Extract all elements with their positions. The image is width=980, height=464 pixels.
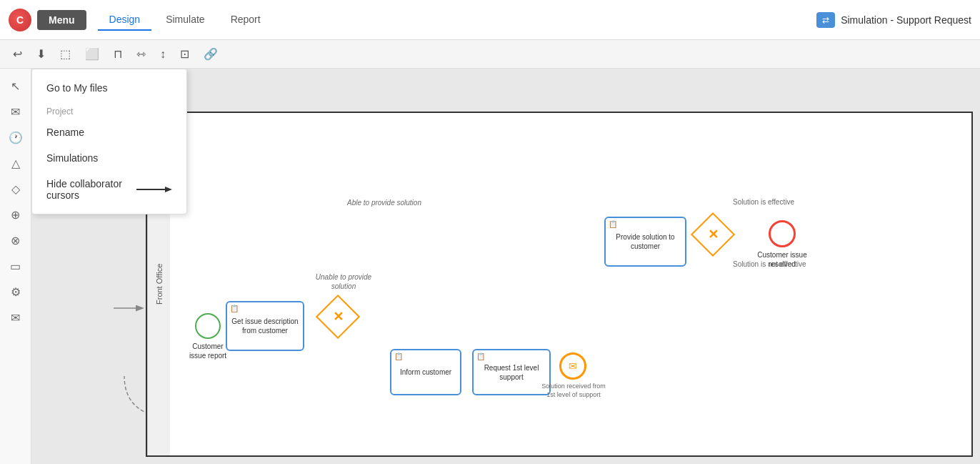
arrow-indicator [136, 185, 172, 194]
end-event[interactable]: Customer issue resolved [769, 220, 796, 247]
menu-button[interactable]: Menu [37, 10, 86, 30]
logo: C [9, 9, 31, 31]
menu-section-project: Project [32, 101, 186, 119]
simulation-title: ⇄ Simulation - Support Request [816, 12, 971, 28]
undo-button[interactable]: ↩ [9, 44, 26, 64]
gateway2-diamond: ✕ [691, 212, 735, 257]
select-button[interactable]: ⬚ [56, 44, 75, 64]
menu-goto-files[interactable]: Go to My files [32, 75, 186, 101]
dropdown-menu: Go to My files Project Rename Simulation… [31, 69, 187, 214]
gear-diamond-icon[interactable]: ⊗ [4, 229, 27, 252]
gateway-x-icon: ✕ [333, 309, 344, 325]
tab-design[interactable]: Design [98, 9, 152, 31]
start-event[interactable]: Customer issue report [186, 313, 229, 360]
task-provide-label: Provide solution to customer [610, 232, 681, 251]
start-circle [195, 313, 221, 339]
hide-cursors-label: Hide collaborator cursors [46, 178, 131, 201]
rect-icon[interactable]: ▭ [4, 255, 27, 277]
topbar: C Menu Design Simulate Report ⇄ Simulati… [0, 0, 980, 40]
toolbar: ↩ ⬇ ⬚ ⬜ ⊓ ⇿ ↕ ⊡ 🔗 [0, 40, 980, 69]
swimlane: Front Office Customer issue report 📋 Get… [146, 112, 973, 457]
task-get-issue-label: Get issue description from customer [231, 317, 299, 335]
split-h-button[interactable]: ⇿ [132, 44, 150, 64]
task-inform-customer[interactable]: 📋 Inform customer [390, 349, 461, 395]
sim-icon: ⇄ [816, 12, 835, 28]
plus-diamond-icon[interactable]: ⊕ [4, 203, 27, 226]
task-request-label: Request 1st level support [478, 363, 545, 382]
cursor-tool-icon[interactable]: ↖ [4, 74, 27, 97]
resize-button[interactable]: ⊡ [176, 44, 194, 64]
flow-label-not-effective: Solution is not effective [733, 260, 806, 269]
left-sidebar: ↖ ✉ 🕐 △ ◇ ⊕ ⊗ ▭ ⚙ ✉ [0, 69, 31, 464]
magnet-button[interactable]: ⊓ [109, 44, 126, 64]
tab-report[interactable]: Report [219, 9, 272, 31]
frame-button[interactable]: ⬜ [81, 44, 104, 64]
nav-tabs: Design Simulate Report [98, 9, 272, 31]
download-button[interactable]: ⬇ [32, 44, 50, 64]
flow-label-able: Able to provide solution [347, 199, 421, 207]
gateway-unable[interactable]: ✕ Unable to provide solution [322, 301, 354, 332]
gateway-diamond: ✕ [316, 295, 360, 339]
menu-rename[interactable]: Rename [32, 119, 186, 145]
intermediate-event-label: Solution received from 1st level of supp… [538, 382, 609, 399]
triangle-icon[interactable]: △ [4, 152, 27, 174]
canvas-area[interactable]: Matt Miller Front Office Customer issue … [31, 69, 980, 464]
gateway-unable-label: Unable to provide solution [308, 272, 379, 291]
link-button[interactable]: 🔗 [199, 44, 222, 64]
mail2-icon[interactable]: ✉ [4, 306, 27, 329]
gateway2-x-icon: ✕ [708, 227, 719, 242]
gateway-effective[interactable]: ✕ [697, 219, 729, 250]
sim-title-text: Simulation - Support Request [841, 14, 971, 26]
clock-icon[interactable]: 🕐 [4, 126, 27, 149]
tab-simulate[interactable]: Simulate [154, 9, 216, 31]
gear-icon[interactable]: ⚙ [4, 280, 27, 303]
main-layout: ↖ ✉ 🕐 △ ◇ ⊕ ⊗ ▭ ⚙ ✉ [0, 69, 980, 464]
intermediate-event[interactable]: Solution received from 1st level of supp… [559, 352, 586, 380]
diamond-icon[interactable]: ◇ [4, 177, 27, 200]
flow-label-effective: Solution is effective [733, 197, 794, 207]
mail-icon[interactable]: ✉ [4, 100, 27, 123]
task-provide-solution[interactable]: 📋 Provide solution to customer [604, 217, 686, 267]
start-event-label: Customer issue report [186, 342, 229, 360]
arrow-line-icon [136, 185, 172, 194]
task-get-issue[interactable]: 📋 Get issue description from customer [226, 301, 304, 351]
svg-marker-18 [165, 187, 172, 192]
split-v-button[interactable]: ↕ [156, 45, 170, 64]
menu-simulations[interactable]: Simulations [32, 145, 186, 171]
task-inform-label: Inform customer [400, 367, 451, 377]
menu-hide-cursors[interactable]: Hide collaborator cursors [32, 171, 186, 208]
